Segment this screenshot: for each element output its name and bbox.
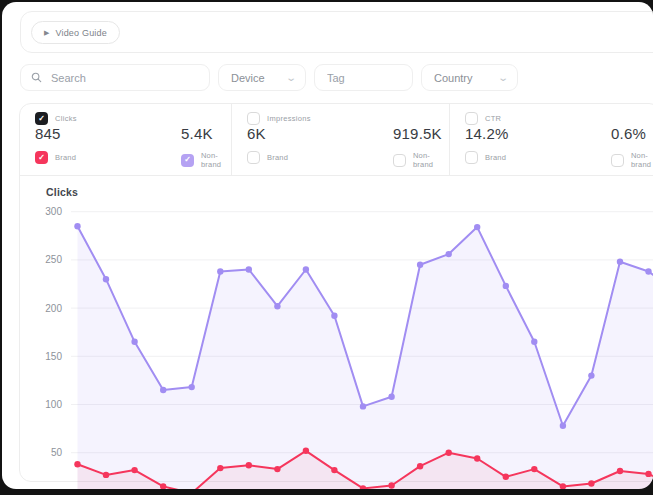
data-point[interactable] xyxy=(446,251,452,257)
brand-label: Brand xyxy=(55,153,76,162)
data-point[interactable] xyxy=(531,466,537,472)
data-point[interactable] xyxy=(74,223,80,229)
metric-label: CTR xyxy=(485,114,501,123)
data-point[interactable] xyxy=(217,465,223,471)
device-select[interactable]: Device ⌄ xyxy=(218,64,306,91)
data-point[interactable] xyxy=(645,471,651,477)
search-icon xyxy=(31,72,42,83)
tag-box xyxy=(314,64,413,91)
nonbrand-checkbox[interactable]: ✓ xyxy=(393,154,406,167)
clicks-chart-svg[interactable]: 30025020015010050 xyxy=(19,175,653,489)
data-point[interactable] xyxy=(160,387,166,393)
data-point[interactable] xyxy=(417,463,423,469)
brand-value: 845 xyxy=(35,125,61,142)
data-point[interactable] xyxy=(103,276,109,282)
metric-card-ctr: ✓ CTR 14.2% ✓ Brand 0.6% ✓ Non-brand xyxy=(449,104,653,175)
nonbrand-value: 0.6% xyxy=(611,125,646,142)
data-point[interactable] xyxy=(331,313,337,319)
brand-label: Brand xyxy=(485,153,506,162)
data-point[interactable] xyxy=(588,480,594,486)
ctr-checkbox[interactable]: ✓ xyxy=(465,112,478,125)
nonbrand-value: 5.4K xyxy=(181,125,213,142)
data-point[interactable] xyxy=(417,262,423,268)
metric-card-clicks: ✓ Clicks 845 ✓ Brand 5.4K ✓ Non-brand xyxy=(20,104,231,175)
y-axis-label: 200 xyxy=(45,303,62,314)
search-input[interactable] xyxy=(49,71,199,85)
data-point[interactable] xyxy=(274,303,280,309)
data-point[interactable] xyxy=(217,268,223,274)
y-axis-label: 300 xyxy=(45,206,62,217)
country-select-label: Country xyxy=(434,72,473,84)
data-point[interactable] xyxy=(560,423,566,429)
tag-input[interactable] xyxy=(325,71,402,85)
data-point[interactable] xyxy=(503,283,509,289)
data-point[interactable] xyxy=(617,468,623,474)
brand-checkbox[interactable]: ✓ xyxy=(247,151,260,164)
data-point[interactable] xyxy=(531,339,537,345)
data-point[interactable] xyxy=(503,474,509,480)
metric-card-impressions: ✓ Impressions 6K ✓ Brand 919.5K ✓ Non-br… xyxy=(231,104,449,175)
data-point[interactable] xyxy=(103,472,109,478)
y-axis-label: 150 xyxy=(45,351,62,362)
data-point[interactable] xyxy=(588,372,594,378)
chevron-down-icon: ⌄ xyxy=(497,72,509,83)
data-point[interactable] xyxy=(388,394,394,400)
brand-label: Brand xyxy=(267,153,288,162)
chart-title: Clicks xyxy=(46,186,78,198)
data-point[interactable] xyxy=(74,461,80,467)
metric-label: Impressions xyxy=(267,114,311,123)
brand-checkbox[interactable]: ✓ xyxy=(35,151,48,164)
y-axis-label: 100 xyxy=(45,399,62,410)
search-box xyxy=(20,64,210,91)
clicks-checkbox[interactable]: ✓ xyxy=(35,112,48,125)
nonbrand-label: Non-brand xyxy=(631,151,653,169)
data-point[interactable] xyxy=(331,467,337,473)
app-window: ▶ Video Guide Device ⌄ Country ⌄ xyxy=(2,2,653,489)
area-fill-non-brand xyxy=(78,226,653,489)
chevron-down-icon: ⌄ xyxy=(285,72,297,83)
data-point[interactable] xyxy=(645,268,651,274)
impressions-checkbox[interactable]: ✓ xyxy=(247,112,260,125)
country-select[interactable]: Country ⌄ xyxy=(421,64,518,91)
nonbrand-checkbox[interactable]: ✓ xyxy=(181,154,194,167)
play-icon: ▶ xyxy=(44,29,49,36)
device-select-label: Device xyxy=(231,72,265,84)
y-axis-label: 50 xyxy=(51,447,63,458)
y-axis-label: 250 xyxy=(45,254,62,265)
data-point[interactable] xyxy=(274,466,280,472)
nonbrand-label: Non-brand xyxy=(413,151,449,169)
nonbrand-checkbox[interactable]: ✓ xyxy=(611,154,624,167)
brand-checkbox[interactable]: ✓ xyxy=(465,151,478,164)
filter-bar: Device ⌄ Country ⌄ xyxy=(20,64,518,91)
data-point[interactable] xyxy=(131,339,137,345)
video-guide-label: Video Guide xyxy=(55,28,107,38)
data-point[interactable] xyxy=(388,482,394,488)
nonbrand-value: 919.5K xyxy=(393,125,442,142)
video-guide-button[interactable]: ▶ Video Guide xyxy=(31,21,120,44)
brand-value: 14.2% xyxy=(465,125,509,142)
brand-value: 6K xyxy=(247,125,266,142)
data-point[interactable] xyxy=(246,266,252,272)
data-point[interactable] xyxy=(303,266,309,272)
data-point[interactable] xyxy=(189,384,195,390)
nonbrand-label: Non-brand xyxy=(201,151,231,169)
data-point[interactable] xyxy=(246,462,252,468)
data-point[interactable] xyxy=(617,259,623,265)
metric-label: Clicks xyxy=(55,114,77,123)
data-point[interactable] xyxy=(303,448,309,454)
data-point[interactable] xyxy=(131,467,137,473)
data-point[interactable] xyxy=(474,455,480,461)
data-point[interactable] xyxy=(474,224,480,230)
data-point[interactable] xyxy=(446,450,452,456)
video-guide-banner: ▶ Video Guide xyxy=(20,11,653,53)
data-point[interactable] xyxy=(360,403,366,409)
metric-cards-row: ✓ Clicks 845 ✓ Brand 5.4K ✓ Non-brand ✓ … xyxy=(20,104,653,176)
